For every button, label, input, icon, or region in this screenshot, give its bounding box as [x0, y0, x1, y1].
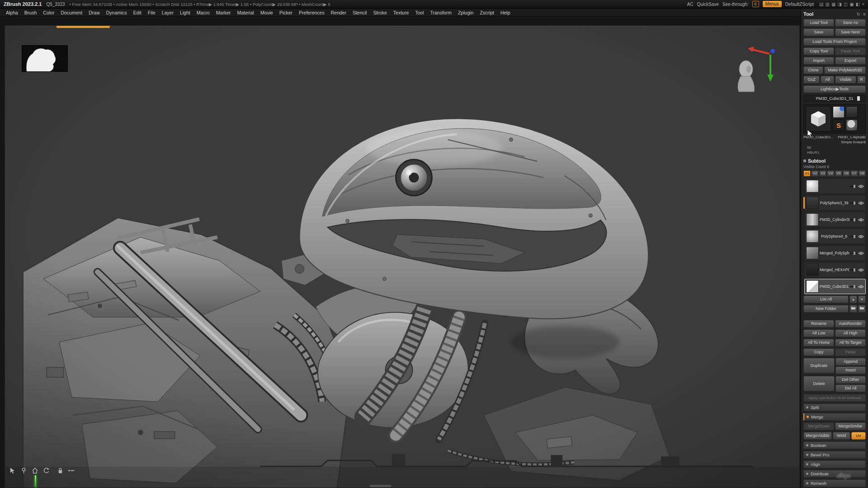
- uv-button[interactable]: Uv: [851, 432, 866, 440]
- slider-handle[interactable]: [857, 96, 860, 101]
- select-cursor-icon[interactable]: [9, 467, 16, 474]
- ac-button[interactable]: AC: [687, 2, 694, 7]
- list-all-button[interactable]: List All: [803, 296, 849, 303]
- subtool-item[interactable]: Merged_PolySphere3_27: [804, 245, 866, 261]
- subtool-item[interactable]: PolySphere4_6: [804, 229, 866, 244]
- version-v3-button[interactable]: V3: [819, 170, 826, 177]
- current-tool-thumbnail[interactable]: [806, 106, 831, 131]
- all-to-target-button[interactable]: All To Target: [835, 339, 866, 347]
- menu-tool[interactable]: Tool: [412, 9, 427, 17]
- subtool-mini-slider[interactable]: [849, 186, 857, 187]
- make-polymesh3d-button[interactable]: Make PolyMesh3D: [824, 66, 866, 74]
- subtool-up-button[interactable]: ▲: [849, 296, 857, 303]
- folder-collapse-button[interactable]: [849, 305, 857, 313]
- version-v6-button[interactable]: V6: [843, 170, 850, 177]
- bottom-scrollbar[interactable]: [370, 485, 391, 487]
- folder-new-button[interactable]: [858, 305, 866, 313]
- menus-button[interactable]: Menus: [763, 1, 782, 7]
- subtool-mini-slider[interactable]: [849, 269, 857, 271]
- duplicate-button[interactable]: Duplicate: [803, 358, 835, 373]
- panel-icon[interactable]: ▣: [849, 2, 854, 7]
- load-tools-from-project-button[interactable]: Load Tools From Project: [803, 38, 866, 46]
- monitor-icon[interactable]: ▤: [819, 2, 823, 7]
- version-v2-button[interactable]: V2: [811, 170, 818, 177]
- visibility-eye-icon[interactable]: [858, 285, 864, 289]
- eye-icon-wrap[interactable]: [858, 249, 864, 257]
- all-button[interactable]: All: [821, 76, 834, 84]
- grid-icon[interactable]: ▦: [831, 2, 835, 7]
- menu-help[interactable]: Help: [497, 9, 513, 17]
- menu-alpha[interactable]: Alpha: [3, 9, 21, 17]
- menu-layer[interactable]: Layer: [159, 9, 177, 17]
- subtool-mini-slider[interactable]: [849, 286, 857, 287]
- visibility-eye-icon[interactable]: [858, 235, 864, 239]
- all-to-home-button[interactable]: All To Home: [803, 339, 834, 347]
- menu-zplugin[interactable]: Zplugin: [455, 9, 476, 17]
- document-tab-indicator[interactable]: [56, 26, 110, 28]
- eye-icon-wrap[interactable]: [858, 216, 864, 224]
- menu-draw[interactable]: Draw: [85, 9, 103, 17]
- new-folder-button[interactable]: New Folder: [803, 305, 849, 313]
- menu-macro[interactable]: Macro: [193, 9, 213, 17]
- subtool-mini-slider[interactable]: [849, 219, 857, 221]
- menu-edit[interactable]: Edit: [130, 9, 145, 17]
- visibility-eye-icon[interactable]: [858, 201, 864, 205]
- recent-tool-thumbnail[interactable]: [846, 106, 858, 118]
- eye-icon-wrap[interactable]: [858, 282, 864, 291]
- eye-icon-wrap[interactable]: [858, 266, 864, 274]
- menu-brush[interactable]: Brush: [21, 9, 40, 17]
- subtool-thumbnail[interactable]: [806, 197, 819, 209]
- clone-button[interactable]: Clone: [803, 66, 823, 74]
- version-v8-button[interactable]: V8: [859, 170, 866, 177]
- mergevisible-button[interactable]: MergeVisible: [803, 432, 832, 440]
- half-view-icon[interactable]: ◧: [856, 2, 860, 7]
- load-tool-button[interactable]: Load Tool: [803, 19, 834, 27]
- menu-preferences[interactable]: Preferences: [296, 9, 328, 17]
- version-v1-button[interactable]: V1: [803, 170, 811, 177]
- section-merge[interactable]: Merge: [803, 413, 866, 421]
- marker-pin-icon[interactable]: [20, 467, 27, 474]
- del-other-button[interactable]: Del Other: [835, 376, 866, 384]
- eye-icon-wrap[interactable]: [858, 199, 864, 207]
- see-through-value[interactable]: 0: [752, 1, 759, 7]
- alpha-thumbnail[interactable]: [22, 45, 68, 72]
- subtool-thumbnail[interactable]: [806, 230, 819, 243]
- all-high-button[interactable]: All High: [835, 329, 866, 337]
- menu-picker[interactable]: Picker: [276, 9, 296, 17]
- mergedown-button[interactable]: MergeDown: [803, 422, 834, 430]
- menu-stroke[interactable]: Stroke: [370, 9, 390, 17]
- split-view-icon[interactable]: ◨: [837, 2, 841, 7]
- copy-tool-button[interactable]: Copy Tool: [803, 47, 834, 55]
- delete-button[interactable]: Delete: [803, 376, 835, 391]
- viewport-canvas[interactable]: [5, 25, 800, 488]
- measure-icon[interactable]: [68, 467, 75, 474]
- section-boolean[interactable]: Boolean: [803, 441, 866, 449]
- quick-pick-s-thumbnail[interactable]: S: [833, 119, 845, 131]
- all-low-button[interactable]: All Low: [803, 329, 834, 337]
- apply-last-action-to-all-subtools-button[interactable]: Apply Last Action To All Subtools: [803, 394, 866, 402]
- panel-refresh-icon[interactable]: ↻: [857, 12, 860, 17]
- version-v7-button[interactable]: V7: [850, 170, 858, 177]
- r-button[interactable]: R: [857, 76, 866, 84]
- paste-button[interactable]: Paste: [835, 348, 866, 356]
- subtool-item[interactable]: PolySphere3_39: [804, 195, 866, 211]
- subtool-down-button[interactable]: ▼: [858, 296, 866, 303]
- default-zscript-button[interactable]: DefaultZScript: [785, 2, 814, 7]
- append-button[interactable]: Append: [835, 358, 866, 366]
- subtool-mini-slider[interactable]: [849, 253, 857, 254]
- visibility-eye-icon[interactable]: [858, 184, 864, 188]
- subtool-thumbnail[interactable]: [806, 247, 819, 259]
- visibility-eye-icon[interactable]: [858, 218, 864, 222]
- panel-menu-icon[interactable]: ≡: [863, 12, 866, 17]
- autoreorder-button[interactable]: AutoReorder: [835, 320, 866, 328]
- visibility-eye-icon[interactable]: [858, 268, 864, 272]
- close-icon[interactable]: ×: [862, 2, 864, 7]
- quicksave-button[interactable]: QuickSave: [697, 2, 718, 7]
- subtool-thumbnail[interactable]: [806, 280, 819, 293]
- recent-tool-thumbnail[interactable]: [833, 106, 845, 118]
- tablet-icon[interactable]: ▥: [825, 2, 829, 7]
- weld-button[interactable]: Weld: [833, 432, 850, 440]
- menu-color[interactable]: Color: [40, 9, 57, 17]
- menu-render[interactable]: Render: [328, 9, 349, 17]
- subtool-thumbnail[interactable]: [806, 213, 819, 226]
